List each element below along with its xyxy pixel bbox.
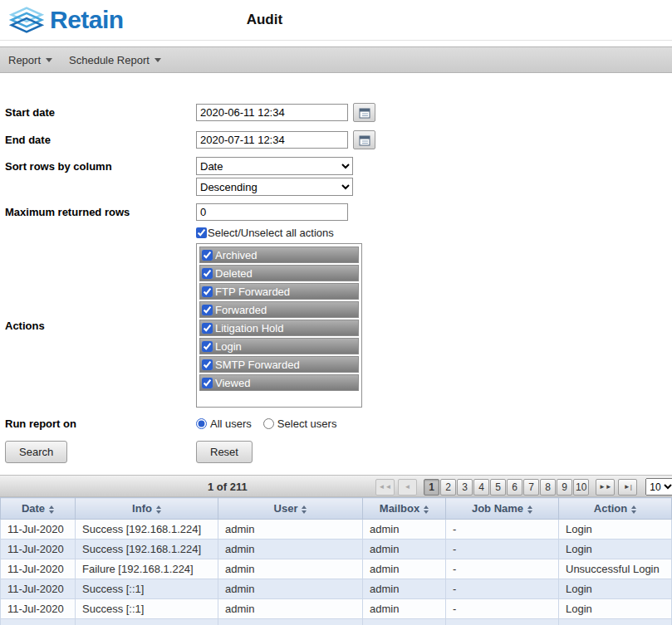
select-all-actions-checkbox[interactable] <box>196 227 207 238</box>
next-page-button[interactable]: ►► <box>596 479 615 496</box>
cell-date: 11-Jul-2020 <box>1 540 76 559</box>
brand-name: Retain <box>50 6 124 34</box>
action-checkbox[interactable] <box>202 378 213 388</box>
buttons-row: Search Reset <box>5 441 672 463</box>
table-header-row: Date Info User Mailbox Job Name Action <box>1 498 672 520</box>
chevron-down-icon <box>155 58 161 62</box>
menu-bar: Report Schedule Report <box>0 46 672 73</box>
column-header-job-name[interactable]: Job Name <box>446 498 559 520</box>
page-button-10[interactable]: 10 <box>573 479 589 496</box>
end-date-input[interactable] <box>196 131 348 149</box>
select-users-label: Select users <box>277 417 337 430</box>
column-header-mailbox[interactable]: Mailbox <box>363 498 446 520</box>
cell-action: Login <box>559 579 672 599</box>
calendar-icon <box>359 107 370 119</box>
cell-user: admin <box>218 520 363 540</box>
select-users-radio[interactable] <box>263 418 274 429</box>
action-item-deleted[interactable]: Deleted <box>199 265 359 281</box>
page-button-1[interactable]: 1 <box>424 479 439 496</box>
table-row[interactable]: 11-Jul-2020 Success [192.168.1.224] admi… <box>1 540 672 559</box>
cell-job-name: - <box>446 579 559 599</box>
page-button-4[interactable]: 4 <box>473 479 489 496</box>
run-report-label: Run report on <box>5 417 196 430</box>
cell-date: 11-Jul-2020 <box>1 599 76 619</box>
column-header-user[interactable]: User <box>218 498 363 520</box>
action-item-smtp-forwarded[interactable]: SMTP Forwarded <box>199 356 359 373</box>
first-page-button[interactable]: ◄◄ <box>375 479 395 496</box>
action-item-archived[interactable]: Archived <box>199 247 359 263</box>
cell-action: Unsuccessful Login <box>559 559 672 579</box>
start-date-input[interactable] <box>196 104 348 121</box>
table-row[interactable]: 11-Jul-2020 Success [::1] admin admin - … <box>1 599 672 619</box>
page-button-9[interactable]: 9 <box>557 479 572 496</box>
cell-date: 11-Jul-2020 <box>1 619 76 625</box>
cell-info: Message ID = 35201 <box>76 619 218 625</box>
page-button-6[interactable]: 6 <box>507 479 522 496</box>
menu-item-schedule-report[interactable]: Schedule Report <box>69 54 161 66</box>
sort-icon <box>631 505 636 514</box>
menu-item-report-label: Report <box>8 54 41 66</box>
sort-icon <box>302 505 307 514</box>
action-item-forwarded[interactable]: Forwarded <box>199 301 359 318</box>
cell-mailbox: AmandeepK <box>363 619 446 625</box>
column-header-action[interactable]: Action <box>559 498 672 520</box>
page-button-2[interactable]: 2 <box>440 479 456 496</box>
cell-date: 11-Jul-2020 <box>1 559 76 579</box>
action-checkbox[interactable] <box>202 250 213 261</box>
cell-mailbox: admin <box>363 540 446 559</box>
sort-column-select[interactable]: Date <box>196 157 353 175</box>
table-row[interactable]: 11-Jul-2020 Message ID = 35201 collector… <box>1 619 672 625</box>
reset-button[interactable]: Reset <box>196 441 253 463</box>
page-button-5[interactable]: 5 <box>490 479 506 496</box>
menu-item-report[interactable]: Report <box>8 54 52 66</box>
max-rows-row: Maximum returned rows <box>5 203 672 221</box>
table-row[interactable]: 11-Jul-2020 Success [192.168.1.224] admi… <box>1 520 672 540</box>
chevron-down-icon <box>46 58 52 62</box>
page-button-8[interactable]: 8 <box>540 479 556 496</box>
sort-direction-row: Descending <box>5 178 672 196</box>
end-date-calendar-button[interactable] <box>353 130 375 149</box>
all-users-option[interactable]: All users <box>196 417 252 430</box>
select-all-actions-label: Select/Unselect all actions <box>208 227 334 239</box>
select-all-actions-row: Select/Unselect all actions <box>5 227 672 239</box>
all-users-radio[interactable] <box>196 418 207 429</box>
last-page-button[interactable]: ►| <box>618 479 637 496</box>
search-button[interactable]: Search <box>5 441 67 463</box>
actions-row: Actions Archived Deleted FTP Forwarded F… <box>5 243 672 408</box>
sort-icon <box>527 505 532 514</box>
cell-mailbox: admin <box>363 599 446 619</box>
action-checkbox[interactable] <box>202 323 213 334</box>
action-item-login[interactable]: Login <box>199 338 359 354</box>
page-button-3[interactable]: 3 <box>457 479 473 496</box>
sort-icon <box>49 505 54 514</box>
action-checkbox[interactable] <box>202 341 213 352</box>
action-checkbox[interactable] <box>202 286 213 297</box>
paginator: 1 of 211 ◄◄ ◄ 1 2 3 4 5 6 7 8 9 10 ►► ►|… <box>0 475 672 497</box>
cell-mailbox: admin <box>363 579 446 599</box>
action-item-label: FTP Forwarded <box>215 286 290 298</box>
select-all-actions-option[interactable]: Select/Unselect all actions <box>196 227 334 239</box>
prev-page-button[interactable]: ◄ <box>398 479 417 496</box>
rows-per-page-select[interactable]: 10 <box>645 478 672 496</box>
column-header-date[interactable]: Date <box>1 498 76 520</box>
action-item-ftp-forwarded[interactable]: FTP Forwarded <box>199 283 359 300</box>
action-checkbox[interactable] <box>202 359 213 370</box>
max-rows-input[interactable] <box>196 203 348 221</box>
cell-action: Login <box>559 520 672 540</box>
action-checkbox[interactable] <box>202 305 213 315</box>
column-header-info[interactable]: Info <box>76 498 218 520</box>
start-date-calendar-button[interactable] <box>353 103 375 122</box>
table-row[interactable]: 11-Jul-2020 Success [::1] admin admin - … <box>1 579 672 599</box>
sort-direction-select[interactable]: Descending <box>196 178 353 196</box>
select-users-option[interactable]: Select users <box>263 417 337 430</box>
cell-info: Success [::1] <box>76 579 218 599</box>
action-checkbox[interactable] <box>202 268 213 279</box>
actions-listbox[interactable]: Archived Deleted FTP Forwarded Forwarded… <box>196 243 362 408</box>
table-row[interactable]: 11-Jul-2020 Failure [192.168.1.224] admi… <box>1 559 672 579</box>
cell-action: Archived <box>559 619 672 625</box>
action-item-viewed[interactable]: Viewed <box>199 374 359 391</box>
page-button-7[interactable]: 7 <box>523 479 539 496</box>
page-buttons: 1 2 3 4 5 6 7 8 9 10 <box>424 479 589 496</box>
action-item-litigation-hold[interactable]: Litigation Hold <box>199 320 359 336</box>
actions-label: Actions <box>5 320 196 332</box>
